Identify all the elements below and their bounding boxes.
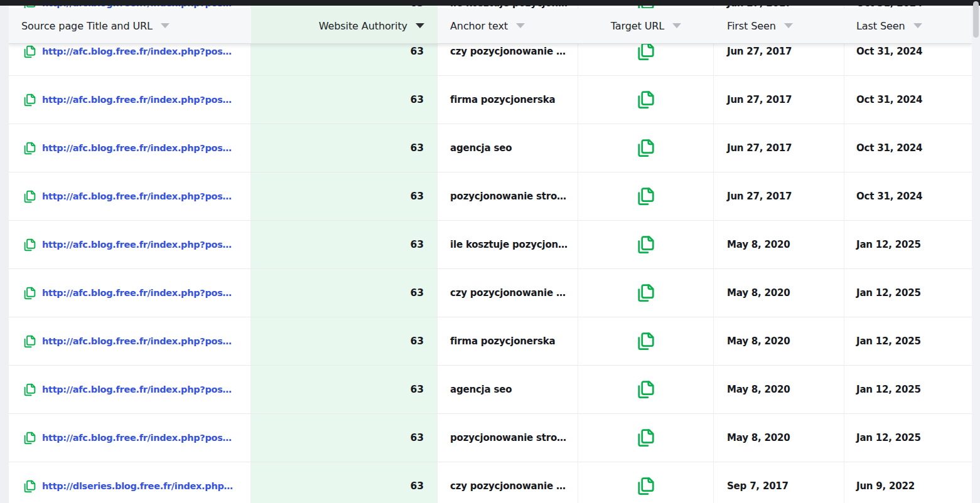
target-url-copy-icon[interactable] <box>637 42 655 61</box>
anchor-text: agencja seo <box>450 142 512 154</box>
table-row: http://afc.blog.free.fr/index.php?pos… 6… <box>9 221 972 269</box>
first-seen-cell: Sep 7, 2017 <box>714 462 844 503</box>
last-seen-date: Oct 31, 2024 <box>856 142 922 154</box>
column-header-label: Anchor text <box>450 20 508 32</box>
column-header-source-url[interactable]: Source page Title and URL <box>9 8 251 43</box>
source-url-link[interactable]: http://afc.blog.free.fr/index.php?pos… <box>42 336 232 346</box>
website-authority-value: 63 <box>410 191 424 202</box>
anchor-text-cell: pozycjonowanie stro… <box>438 172 578 220</box>
copy-icon[interactable] <box>23 190 36 203</box>
anchor-text: agencja seo <box>450 384 512 395</box>
first-seen-cell: May 8, 2020 <box>714 366 844 413</box>
target-url-copy-icon[interactable] <box>637 477 655 495</box>
last-seen-date: Oct 31, 2024 <box>856 94 922 105</box>
website-authority-value: 63 <box>410 384 424 395</box>
column-header-anchor-text[interactable]: Anchor text <box>438 8 578 43</box>
target-url-cell <box>578 124 714 172</box>
last-seen-date: Jan 12, 2025 <box>856 432 921 443</box>
last-seen-cell: Oct 31, 2024 <box>844 172 972 220</box>
target-url-copy-icon[interactable] <box>637 187 655 206</box>
column-header-label: Last Seen <box>856 20 905 32</box>
source-url-cell: http://afc.blog.free.fr/index.php?pos… <box>9 76 251 124</box>
copy-icon[interactable] <box>23 287 36 300</box>
source-url-link[interactable]: http://afc.blog.free.fr/index.php?pos… <box>42 191 232 201</box>
target-url-cell <box>578 462 714 503</box>
target-url-cell <box>578 172 714 220</box>
scrollbar-thumb[interactable] <box>973 1 979 38</box>
column-header-label: Target URL <box>611 20 664 32</box>
website-authority-value: 63 <box>410 239 424 250</box>
target-url-cell <box>578 221 714 268</box>
target-url-cell <box>578 317 714 365</box>
top-black-bar <box>0 0 980 6</box>
copy-icon[interactable] <box>23 93 36 107</box>
source-url-link[interactable]: http://afc.blog.free.fr/index.php?pos… <box>42 240 232 250</box>
source-url-link[interactable]: http://afc.blog.free.fr/index.php?pos… <box>42 95 232 105</box>
sort-caret-icon <box>913 23 922 28</box>
last-seen-cell: Jun 9, 2022 <box>844 462 972 503</box>
target-url-copy-icon[interactable] <box>637 90 655 109</box>
source-url-cell: http://afc.blog.free.fr/index.php?pos… <box>9 366 251 413</box>
table-row: http://afc.blog.free.fr/index.php?pos… 6… <box>9 317 972 366</box>
target-url-copy-icon[interactable] <box>637 235 655 254</box>
copy-icon[interactable] <box>23 383 36 396</box>
sort-caret-icon <box>161 23 170 28</box>
vertical-scrollbar[interactable] <box>972 0 980 503</box>
first-seen-date: May 8, 2020 <box>727 287 790 299</box>
first-seen-cell: May 8, 2020 <box>714 269 844 317</box>
column-header-last-seen[interactable]: Last Seen <box>844 8 972 43</box>
anchor-text: firma pozycjonerska <box>450 336 555 347</box>
source-url-cell: http://afc.blog.free.fr/index.php?pos… <box>9 317 251 365</box>
first-seen-date: Jun 27, 2017 <box>727 46 792 57</box>
source-url-link[interactable]: http://afc.blog.free.fr/index.php?pos… <box>42 143 232 153</box>
website-authority-cell: 63 <box>251 124 438 172</box>
column-header-first-seen[interactable]: First Seen <box>714 8 844 43</box>
copy-icon[interactable] <box>23 335 36 348</box>
source-url-cell: http://afc.blog.free.fr/index.php?pos… <box>9 172 251 220</box>
last-seen-cell: Jan 12, 2025 <box>844 366 972 413</box>
source-url-link[interactable]: http://dlseries.blog.free.fr/index.php… <box>42 481 233 491</box>
copy-icon[interactable] <box>23 432 36 445</box>
target-url-copy-icon[interactable] <box>637 139 655 157</box>
source-url-link[interactable]: http://afc.blog.free.fr/index.php?pos… <box>42 384 232 394</box>
first-seen-date: Sep 7, 2017 <box>727 480 789 492</box>
table-row: http://afc.blog.free.fr/index.php?pos… 6… <box>9 366 972 414</box>
source-url-cell: http://dlseries.blog.free.fr/index.php… <box>9 462 251 503</box>
column-header-website-authority[interactable]: Website Authority <box>251 8 438 43</box>
first-seen-date: Jun 27, 2017 <box>727 191 792 202</box>
copy-icon[interactable] <box>23 142 36 155</box>
copy-icon[interactable] <box>23 480 36 493</box>
anchor-text-cell: agencja seo <box>438 366 578 413</box>
table-row: http://afc.blog.free.fr/index.php?pos… 6… <box>9 414 972 462</box>
last-seen-date: Jan 12, 2025 <box>856 384 921 395</box>
website-authority-cell: 63 <box>251 269 438 317</box>
first-seen-date: May 8, 2020 <box>727 336 790 347</box>
anchor-text: pozycjonowanie stro… <box>450 432 566 443</box>
source-url-link[interactable]: http://afc.blog.free.fr/index.php?pos… <box>42 46 232 56</box>
target-url-copy-icon[interactable] <box>637 332 655 351</box>
target-url-copy-icon[interactable] <box>637 380 655 399</box>
table-row: http://afc.blog.free.fr/index.php?pos… 6… <box>9 124 972 172</box>
copy-icon[interactable] <box>23 238 36 251</box>
first-seen-date: May 8, 2020 <box>727 432 790 443</box>
target-url-copy-icon[interactable] <box>637 283 655 302</box>
last-seen-date: Jan 12, 2025 <box>856 336 921 347</box>
last-seen-date: Jun 9, 2022 <box>856 480 915 492</box>
target-url-cell <box>578 414 714 462</box>
first-seen-cell: Jun 27, 2017 <box>714 172 844 220</box>
website-authority-value: 63 <box>410 336 424 347</box>
first-seen-date: Jun 27, 2017 <box>727 142 792 154</box>
anchor-text: czy pozycjonowanie … <box>450 480 566 492</box>
column-header-target-url[interactable]: Target URL <box>578 8 714 43</box>
first-seen-date: May 8, 2020 <box>727 239 790 250</box>
website-authority-cell: 63 <box>251 462 438 503</box>
copy-icon[interactable] <box>23 45 36 58</box>
backlinks-table-page: http://afc.blog.free.fr/index.php?pos… 6… <box>0 0 980 503</box>
source-url-link[interactable]: http://afc.blog.free.fr/index.php?pos… <box>42 433 232 443</box>
last-seen-date: Oct 31, 2024 <box>856 46 922 57</box>
anchor-text: ile kosztuje pozycjon… <box>450 239 568 250</box>
column-header-label: First Seen <box>727 20 776 32</box>
target-url-copy-icon[interactable] <box>637 428 655 447</box>
anchor-text-cell: ile kosztuje pozycjon… <box>438 221 578 268</box>
source-url-link[interactable]: http://afc.blog.free.fr/index.php?pos… <box>42 288 232 298</box>
